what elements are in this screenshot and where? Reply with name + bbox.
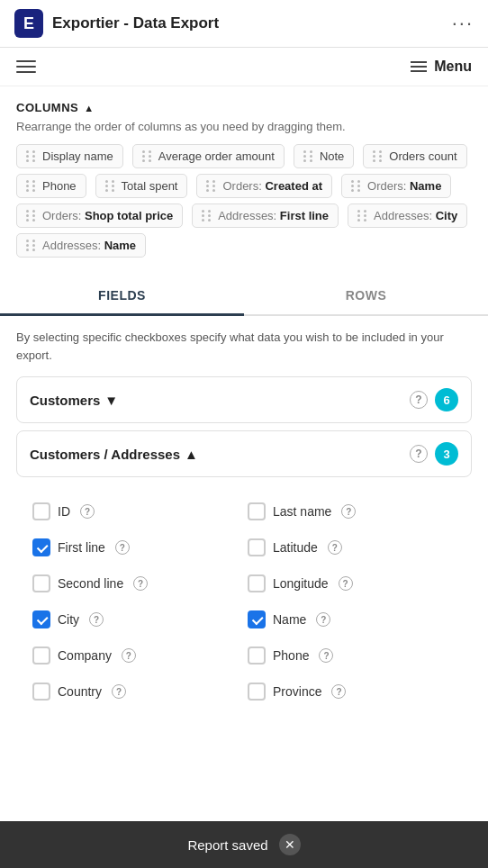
checkbox-item-company: Company?: [29, 637, 244, 674]
column-tag-note[interactable]: Note: [294, 144, 354, 168]
column-tag-avg-order[interactable]: Average order amount: [132, 144, 285, 168]
drag-handle-icon: [373, 150, 384, 162]
checkbox-item-country: Country?: [29, 674, 244, 710]
column-tag-addresses-name[interactable]: Addresses: Name: [16, 233, 146, 258]
checkbox-latitude[interactable]: [248, 538, 266, 556]
checkbox-province[interactable]: [248, 683, 266, 701]
checkbox-item-id: ID?: [29, 493, 244, 529]
checkbox-item-second-line: Second line?: [29, 565, 244, 601]
checkbox-id[interactable]: [32, 502, 50, 520]
checkbox-item-last-name: Last name?: [244, 493, 459, 529]
checkboxes-section: ID?Last name?First line?Latitude?Second …: [16, 484, 472, 710]
columns-chevron: ▲: [84, 103, 94, 113]
checkbox-help-phone[interactable]: ?: [319, 648, 333, 663]
app-header-left: E Exportier - Data Export: [14, 9, 219, 38]
app-header: E Exportier - Data Export ···: [0, 0, 488, 48]
checkbox-last-name[interactable]: [248, 502, 266, 520]
checkbox-help-id[interactable]: ?: [80, 504, 95, 519]
tabs-bar: FIELDSROWS: [0, 277, 488, 316]
app-title: Exportier - Data Export: [52, 14, 219, 32]
addresses-badge: 3: [435, 442, 458, 466]
checkbox-item-city: City?: [29, 601, 244, 637]
checkbox-help-longitude[interactable]: ?: [339, 576, 353, 591]
checkbox-name[interactable]: [248, 610, 266, 628]
drag-handle-icon: [26, 150, 37, 162]
checkbox-help-latitude[interactable]: ?: [328, 540, 342, 555]
tab-rows[interactable]: ROWS: [244, 277, 488, 314]
checkbox-item-longitude: Longitude?: [244, 565, 459, 601]
drag-handle-icon: [202, 210, 212, 222]
checkbox-help-city[interactable]: ?: [89, 612, 104, 627]
column-tag-addresses-city[interactable]: Addresses: City: [348, 203, 467, 228]
drag-handle-icon: [206, 180, 217, 192]
addresses-help-icon[interactable]: ?: [410, 445, 428, 463]
drag-handle-icon: [351, 180, 362, 192]
column-tag-orders-created[interactable]: Orders: Created at: [196, 174, 332, 198]
checkbox-help-last-name[interactable]: ?: [341, 504, 356, 519]
checkbox-grid: ID?Last name?First line?Latitude?Second …: [29, 493, 459, 710]
drag-handle-icon: [105, 180, 116, 192]
column-tag-orders-name[interactable]: Orders: Name: [341, 174, 451, 198]
columns-header[interactable]: COLUMNS ▲: [16, 101, 472, 114]
menu-lines-icon: [411, 61, 427, 72]
drag-handle-icon: [357, 210, 368, 222]
accordion-addresses-label: Customers / Addresses ▲: [30, 447, 198, 462]
column-tag-orders-shop-total[interactable]: Orders: Shop total price: [16, 203, 183, 228]
accordion-customers-right: ? 6: [410, 388, 458, 411]
columns-description: Rearrange the order of columns as you ne…: [16, 120, 472, 133]
accordion-customers[interactable]: Customers ▼ ? 6: [16, 376, 472, 423]
toast-close-button[interactable]: ✕: [279, 834, 301, 855]
drag-handle-icon: [303, 150, 314, 162]
app-icon: E: [14, 9, 43, 38]
drag-handle-icon: [142, 150, 153, 162]
checkbox-company[interactable]: [32, 646, 50, 665]
drag-handle-icon: [26, 180, 37, 192]
checkbox-phone[interactable]: [248, 646, 266, 665]
accordion-customers-chevron: ▼: [104, 393, 118, 408]
nav-bar: Menu: [0, 48, 488, 86]
checkbox-item-province: Province?: [244, 674, 459, 710]
checkbox-country[interactable]: [32, 683, 50, 701]
accordion-customers-addresses[interactable]: Customers / Addresses ▲ ? 3: [16, 430, 472, 477]
columns-grid: Display nameAverage order amountNoteOrde…: [16, 144, 472, 258]
accordion-addresses-chevron: ▲: [185, 447, 198, 462]
accordion-customers-label: Customers ▼: [30, 393, 118, 408]
checkbox-city[interactable]: [32, 610, 50, 628]
toast-message: Report saved: [187, 837, 267, 853]
more-options-icon[interactable]: ···: [452, 12, 474, 35]
checkbox-help-second-line[interactable]: ?: [133, 576, 148, 591]
checkbox-item-latitude: Latitude?: [244, 529, 459, 565]
checkbox-help-name[interactable]: ?: [316, 612, 330, 627]
checkbox-second-line[interactable]: [32, 574, 50, 592]
accordion-addresses-right: ? 3: [410, 442, 458, 466]
column-tag-orders-count[interactable]: Orders count: [363, 144, 466, 168]
customers-badge: 6: [435, 388, 458, 411]
menu-button[interactable]: Menu: [411, 59, 472, 75]
drag-handle-icon: [26, 210, 37, 222]
fields-description: By selecting specific checkboxes specify…: [16, 329, 472, 364]
drag-handle-icon: [26, 240, 37, 251]
checkbox-longitude[interactable]: [248, 574, 266, 592]
tab-fields[interactable]: FIELDS: [0, 277, 244, 316]
fields-section: By selecting specific checkboxes specify…: [0, 316, 488, 710]
checkbox-help-company[interactable]: ?: [122, 648, 136, 663]
column-tag-total-spent[interactable]: Total spent: [95, 174, 188, 198]
checkbox-item-phone: Phone?: [244, 637, 459, 674]
toast: Report saved ✕: [0, 821, 488, 868]
checkbox-help-country[interactable]: ?: [112, 684, 126, 699]
checkbox-first-line[interactable]: [32, 538, 50, 556]
column-tag-display-name[interactable]: Display name: [16, 144, 123, 168]
hamburger-icon[interactable]: [16, 60, 36, 73]
column-tag-addresses-first-line[interactable]: Addresses: First line: [192, 203, 339, 228]
columns-section: COLUMNS ▲ Rearrange the order of columns…: [0, 86, 488, 265]
checkbox-item-first-line: First line?: [29, 529, 244, 565]
checkbox-item-name: Name?: [244, 601, 459, 637]
checkbox-help-province[interactable]: ?: [331, 684, 346, 699]
checkbox-help-first-line[interactable]: ?: [115, 540, 130, 555]
column-tag-phone[interactable]: Phone: [16, 174, 86, 198]
customers-help-icon[interactable]: ?: [410, 391, 428, 409]
